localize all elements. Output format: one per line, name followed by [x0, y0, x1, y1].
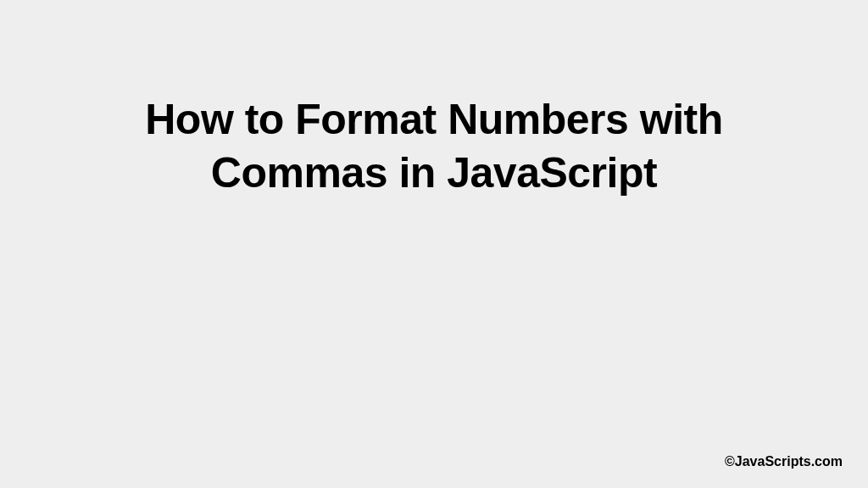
attribution-text: ©JavaScripts.com	[725, 454, 843, 469]
page-title: How to Format Numbers with Commas in Jav…	[0, 93, 868, 199]
